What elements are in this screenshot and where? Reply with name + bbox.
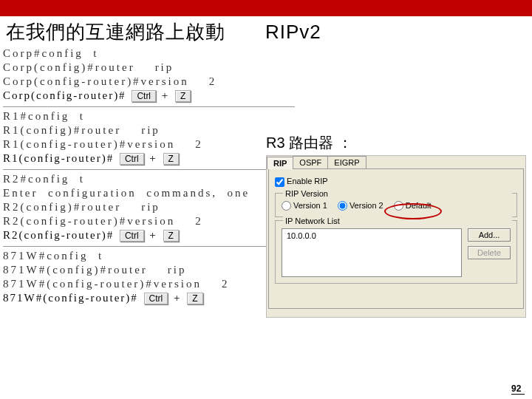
ip-network-listbox[interactable]: 10.0.0.0 xyxy=(282,228,462,277)
z-key-icon: Z xyxy=(163,153,179,165)
cli-key-line: Corp(config-router)# Ctrl + Z xyxy=(3,89,299,102)
cli-line: 871W#config t xyxy=(3,250,299,262)
radio-version2[interactable]: Version 2 xyxy=(338,201,383,211)
enable-rip-label: Enable RIP xyxy=(287,177,328,185)
delete-button[interactable]: Delete xyxy=(468,246,511,259)
cli-key-line: R1(config-router)# Ctrl + Z xyxy=(3,152,299,165)
tab-rip[interactable]: RIP xyxy=(267,157,293,169)
ctrl-key-icon: Ctrl xyxy=(132,90,156,102)
cli-line: Enter configuration commands, one xyxy=(3,187,299,200)
cli-line: R2(config)#router rip xyxy=(3,201,299,214)
r3-router-label: R3 路由器 ： xyxy=(266,133,352,153)
cli-line: R1(config)#router rip xyxy=(3,124,299,137)
cli-line: R1#config t xyxy=(3,110,299,123)
plus-text: + xyxy=(149,152,157,164)
tab-ospf[interactable]: OSPF xyxy=(293,156,328,168)
ctrl-key-icon: Ctrl xyxy=(120,153,144,165)
radio-version1-input[interactable] xyxy=(282,201,291,211)
rip-config-panel: RIP OSPF EIGRP Enable RIP RIP Version Ve… xyxy=(266,155,526,318)
divider xyxy=(3,246,295,247)
cli-line: R1(config-router)#version 2 xyxy=(3,138,299,151)
plus-text: + xyxy=(149,229,157,241)
cli-line: Corp(config)#router rip xyxy=(3,61,299,74)
header-bar xyxy=(0,0,532,16)
page-number: 92 xyxy=(511,383,525,395)
cli-line: R2#config t xyxy=(3,173,299,185)
cli-line: 871W#(config)#router rip xyxy=(3,264,299,276)
cli-line: Corp(config-router)#version 2 xyxy=(3,75,299,88)
cli-prompt: R1(config-router)# xyxy=(3,152,114,164)
radio-version2-label: Version 2 xyxy=(349,201,383,210)
cli-key-line: R2(config-router)# Ctrl + Z xyxy=(3,229,299,242)
rip-version-legend: RIP Version xyxy=(283,189,512,198)
radio-version1-label: Version 1 xyxy=(293,201,327,210)
cli-key-line: 871W#(config-router)# Ctrl + Z xyxy=(3,292,299,304)
plus-text: + xyxy=(174,292,181,304)
z-key-icon: Z xyxy=(163,230,179,242)
plus-text: + xyxy=(162,89,169,101)
radio-default-label: Default xyxy=(406,201,432,210)
ctrl-key-icon: Ctrl xyxy=(120,230,144,242)
cli-line: R2(config-router)#version 2 xyxy=(3,215,299,228)
divider xyxy=(3,106,295,107)
tab-bar: RIP OSPF EIGRP xyxy=(267,156,525,168)
ip-network-legend: IP Network List xyxy=(283,216,512,225)
z-key-icon: Z xyxy=(175,90,191,102)
cli-prompt: R2(config-router)# xyxy=(3,229,114,241)
ip-network-fieldset: IP Network List 10.0.0.0 Add... Delete xyxy=(275,220,517,284)
enable-rip-row: Enable RIP xyxy=(275,177,517,187)
rip-version-fieldset: RIP Version Version 1 Version 2 Default xyxy=(275,193,517,217)
radio-default[interactable]: Default xyxy=(394,201,432,211)
ip-network-entry[interactable]: 10.0.0.0 xyxy=(287,231,457,240)
tab-body: Enable RIP RIP Version Version 1 Version… xyxy=(268,168,524,309)
radio-version2-input[interactable] xyxy=(338,201,347,211)
z-key-icon: Z xyxy=(187,293,202,304)
divider xyxy=(3,169,295,170)
ctrl-key-icon: Ctrl xyxy=(144,293,168,304)
cli-area: Corp#config t Corp(config)#router rip Co… xyxy=(3,46,299,309)
cli-prompt: 871W#(config-router)# xyxy=(3,292,138,304)
radio-version1[interactable]: Version 1 xyxy=(282,201,327,211)
slide-title: 在我們的互連網路上啟動 RIPv2 xyxy=(0,16,532,50)
cli-prompt: Corp(config-router)# xyxy=(3,89,126,101)
cli-line: Corp#config t xyxy=(3,47,299,60)
tab-eigrp[interactable]: EIGRP xyxy=(327,156,366,168)
add-button[interactable]: Add... xyxy=(468,228,511,242)
radio-default-input[interactable] xyxy=(394,201,403,211)
cli-line: 871W#(config-router)#version 2 xyxy=(3,278,299,290)
enable-rip-checkbox[interactable] xyxy=(275,177,284,187)
